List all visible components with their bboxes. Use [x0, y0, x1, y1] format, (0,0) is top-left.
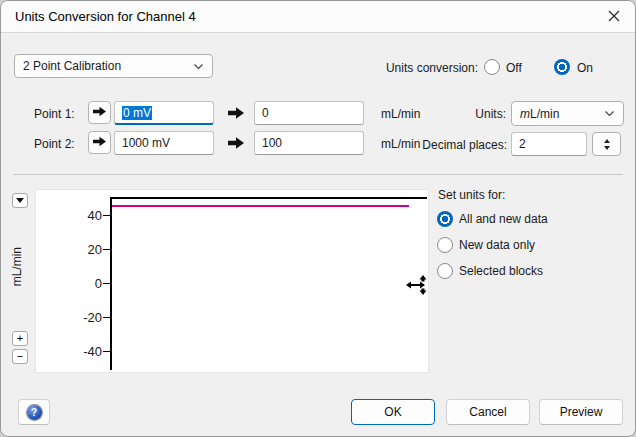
decimal-places-label: Decimal places: [391, 138, 507, 152]
y-tick-mark [103, 317, 110, 318]
section-divider [13, 174, 623, 175]
y-tick-mark [103, 283, 110, 284]
dialog-title: Units Conversion for Channel 4 [15, 1, 196, 33]
set-units-for-label: Set units for: [438, 188, 505, 202]
y-tick-label: 20 [57, 242, 102, 258]
help-icon: ? [27, 405, 42, 420]
units-label: Units: [421, 107, 506, 121]
help-button[interactable]: ? [18, 399, 50, 425]
decimal-places-input[interactable]: 2 [511, 132, 587, 156]
chart-top-border [110, 197, 427, 199]
arrow-right-icon [228, 133, 244, 153]
units-conversion-on-radio[interactable] [554, 59, 570, 75]
units-select[interactable]: mL/min [511, 101, 624, 126]
titlebar[interactable]: Units Conversion for Channel 4 [1, 1, 635, 33]
axis-menu-button[interactable] [12, 193, 28, 208]
units-conversion-off-label[interactable]: Off [506, 61, 522, 75]
radio-icon[interactable] [437, 211, 453, 227]
y-axis-line [110, 197, 112, 370]
arrow-right-icon [228, 103, 244, 123]
point2-label: Point 2: [34, 137, 75, 151]
y-tick-label: -40 [57, 344, 102, 360]
close-button[interactable] [598, 3, 630, 31]
point1-raw-input[interactable]: 0 mV [114, 101, 214, 125]
point1-raw-value: 0 mV [122, 106, 152, 120]
point1-capture-button[interactable] [88, 101, 111, 124]
signal-preview-chart[interactable]: 40 20 0 -20 -40 [35, 189, 429, 373]
units-select-value: mL/min [520, 107, 559, 121]
radio-icon[interactable] [437, 263, 453, 279]
zoom-in-button[interactable]: + [12, 331, 28, 346]
point1-label: Point 1: [34, 107, 75, 121]
point1-unit-label: mL/min [381, 107, 420, 121]
close-icon [608, 10, 620, 25]
y-tick-label: 0 [57, 276, 102, 292]
point2-converted-input[interactable]: 100 [254, 131, 364, 155]
zoom-out-button[interactable]: − [12, 349, 28, 364]
radio-label[interactable]: Selected blocks [459, 264, 543, 278]
preview-button[interactable]: Preview [539, 399, 623, 425]
units-conversion-off-radio[interactable] [484, 59, 500, 75]
decimal-places-stepper[interactable] [592, 132, 621, 156]
radio-label[interactable]: All and new data [459, 212, 548, 226]
y-tick-label: -20 [57, 310, 102, 326]
spinner-down-icon[interactable] [604, 146, 610, 150]
units-conversion-label: Units conversion: [358, 61, 478, 75]
y-tick-mark [103, 249, 110, 250]
point2-converted-value: 100 [262, 136, 282, 150]
ok-button[interactable]: OK [351, 399, 435, 425]
cancel-button[interactable]: Cancel [446, 399, 530, 425]
units-conversion-dialog: Units Conversion for Channel 4 2 Point C… [0, 0, 636, 437]
point2-raw-value: 1000 mV [122, 136, 170, 150]
minus-icon: − [17, 351, 23, 362]
triangle-down-icon [16, 198, 24, 203]
plus-icon: + [17, 333, 23, 344]
y-axis-title: mL/min [10, 247, 24, 286]
point2-capture-button[interactable] [88, 131, 111, 154]
calibration-method-value: 2 Point Calibration [23, 59, 121, 73]
units-conversion-on-label[interactable]: On [577, 61, 593, 75]
radio-label[interactable]: New data only [459, 238, 535, 252]
y-tick-label: 40 [57, 208, 102, 224]
arrow-right-icon [93, 105, 106, 120]
spinner-up-icon[interactable] [604, 139, 610, 143]
point1-converted-input[interactable]: 0 [254, 101, 364, 125]
decimal-places-value: 2 [519, 137, 526, 151]
point2-raw-input[interactable]: 1000 mV [114, 131, 214, 155]
point1-converted-value: 0 [262, 106, 269, 120]
y-tick-mark [103, 215, 110, 216]
calibration-method-select[interactable]: 2 Point Calibration [14, 54, 213, 78]
arrow-right-icon [93, 135, 106, 150]
resize-cursor [406, 275, 429, 298]
chevron-down-icon [193, 63, 204, 70]
chevron-down-icon [604, 110, 615, 117]
signal-trace [112, 205, 409, 207]
y-tick-mark [103, 351, 110, 352]
radio-icon[interactable] [437, 237, 453, 253]
